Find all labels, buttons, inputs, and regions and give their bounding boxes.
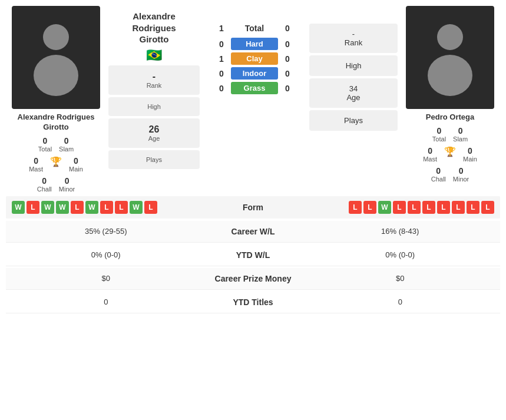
form-badge-l: L (27, 201, 39, 214)
player2-plays-box: Plays (309, 110, 398, 131)
titles-row: 0 YTD Titles 0 (6, 292, 500, 313)
player2-rank-box: - Rank (309, 24, 398, 53)
svg-point-2 (437, 24, 463, 50)
svg-point-1 (34, 55, 78, 96)
player2-slam-value: 0 (458, 126, 463, 135)
player2-stats-row1: 0 Total 0 Slam (432, 126, 468, 143)
form-badge-w: W (12, 201, 25, 214)
form-badge-l: L (408, 201, 421, 214)
player2-chall-value: 0 (436, 166, 441, 176)
prize-label: Career Prize Money (200, 274, 306, 283)
player1-plays-box: Plays (108, 150, 200, 169)
form-badge-l: L (363, 201, 376, 214)
player2-slam-block: 0 Slam (453, 126, 468, 143)
player1-info: Alexandre Rodrigues Girotto 🇧🇷 - Rank Hi… (108, 6, 200, 193)
form-label: Form (224, 203, 283, 212)
indoor-left: 0 (216, 69, 227, 78)
player1-chall-block: 0 Chall (37, 176, 52, 193)
player2-main-block: 0 Main (463, 146, 477, 163)
player1-minor-value: 0 (65, 176, 70, 186)
player1-chall-label: Chall (37, 186, 52, 193)
ytd-wl-label: YTD W/L (200, 250, 306, 260)
player1-main-value: 0 (74, 156, 78, 166)
player1-flag: 🇧🇷 (108, 48, 200, 63)
form-badge-l: L (467, 201, 479, 214)
hard-btn[interactable]: Hard (231, 38, 278, 50)
player2-avatar (406, 6, 494, 109)
player2-name: Pedro Ortega (426, 113, 474, 123)
form-badge-w: W (130, 201, 143, 214)
player1-chall-value: 0 (42, 176, 47, 186)
player1-total-block: 0 Total (38, 136, 52, 153)
total-right: 0 (282, 24, 293, 33)
grass-row: 0 Grass 0 (207, 82, 302, 94)
player1-stats-row2: 0 Mast 🏆 0 Main (29, 156, 83, 173)
player1-mast-block: 0 Mast (29, 156, 43, 173)
player1-ytd-wl: 0% (0-0) (12, 250, 200, 259)
player2-rank-value: - (314, 29, 393, 38)
form-badge-w: W (378, 201, 391, 214)
form-badge-w: W (85, 201, 98, 214)
player1-mast-value: 0 (34, 156, 38, 166)
middle-section: 1 Total 0 0 Hard 0 1 Clay 0 0 Indoor 0 0 (202, 6, 307, 193)
total-label: Total (231, 24, 278, 33)
indoor-row: 0 Indoor 0 (207, 67, 302, 80)
ytd-wl-row: 0% (0-0) YTD W/L 0% (0-0) (6, 244, 500, 266)
player1-main-label: Main (69, 166, 83, 173)
clay-btn[interactable]: Clay (231, 52, 278, 65)
player2-career-wl: 16% (8-43) (306, 227, 495, 236)
player2-stats-row2: 0 Mast 🏆 0 Main (423, 146, 477, 163)
form-badge-l: L (422, 201, 435, 214)
clay-right: 0 (282, 54, 293, 64)
player1-card: Alexandre Rodrigues Girotto 0 Total 0 Sl… (6, 6, 106, 193)
player1-rank-value: - (113, 71, 195, 82)
player2-total-label: Total (432, 135, 446, 143)
player2-plays-label: Plays (314, 116, 393, 125)
titles-label: YTD Titles (200, 297, 306, 307)
player1-total-value: 0 (43, 136, 48, 145)
player1-rank-label: Rank (113, 82, 195, 89)
player1-age-label: Age (113, 135, 195, 142)
clay-left: 1 (216, 54, 227, 64)
clay-row: 1 Clay 0 (207, 52, 302, 65)
player1-form: WLWWLWLLWL (12, 201, 224, 214)
player1-avatar (12, 6, 100, 109)
player1-career-wl: 35% (29-55) (12, 227, 200, 236)
hard-right: 0 (282, 39, 293, 49)
player2-total-block: 0 Total (432, 126, 446, 143)
form-badge-l: L (452, 201, 465, 214)
player1-header: Alexandre Rodrigues Girotto 🇧🇷 (108, 6, 200, 65)
grass-left: 0 (216, 84, 227, 93)
player1-main-name: Alexandre Rodrigues Girotto (108, 11, 200, 45)
player2-high-box: High (309, 55, 398, 76)
player2-mast-label: Mast (423, 156, 437, 163)
player1-slam-label: Slam (59, 145, 74, 153)
form-badge-l: L (71, 201, 84, 214)
player1-rank-box: - Rank (108, 65, 200, 95)
player2-minor-value: 0 (459, 166, 464, 176)
player2-high-label: High (314, 61, 393, 70)
player1-total-label: Total (38, 145, 52, 153)
form-badge-l: L (481, 201, 494, 214)
player2-titles: 0 (306, 297, 495, 306)
player1-mast-label: Mast (29, 166, 43, 173)
player1-slam-block: 0 Slam (59, 136, 74, 153)
player2-slam-label: Slam (453, 135, 468, 143)
player1-slam-value: 0 (64, 136, 69, 145)
form-badge-l: L (144, 201, 157, 214)
player1-high-label: High (113, 103, 195, 110)
hard-left: 0 (216, 39, 227, 49)
form-section: WLWWLWLLWL Form LLWLLLLLLL (6, 196, 500, 219)
svg-point-3 (428, 55, 472, 96)
form-badge-w: W (56, 201, 69, 214)
player2-main-value: 0 (468, 146, 472, 156)
player1-titles: 0 (12, 297, 200, 306)
form-badge-l: L (437, 201, 450, 214)
player2-mast-value: 0 (428, 146, 432, 156)
player2-age-label: Age (314, 93, 393, 102)
player2-age-value: 34 (314, 84, 393, 93)
player2-rank-label: Rank (314, 38, 393, 47)
indoor-btn[interactable]: Indoor (231, 67, 278, 80)
grass-btn[interactable]: Grass (231, 82, 278, 94)
form-badge-l: L (393, 201, 406, 214)
